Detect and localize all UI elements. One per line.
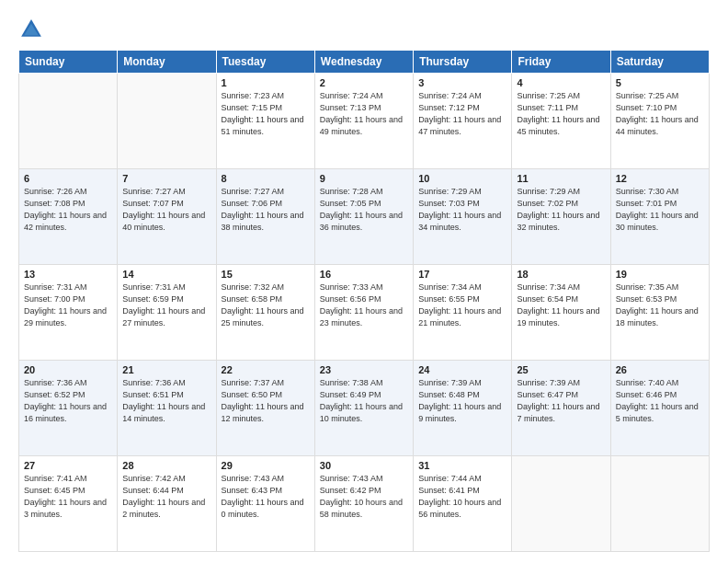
day-header-wednesday: Wednesday	[314, 51, 413, 74]
day-number: 13	[24, 269, 112, 280]
day-number: 23	[320, 364, 408, 375]
cell-info: Sunrise: 7:38 AM Sunset: 6:49 PM Dayligh…	[320, 377, 408, 425]
cell-info: Sunrise: 7:29 AM Sunset: 7:03 PM Dayligh…	[418, 186, 506, 234]
day-number: 22	[222, 364, 310, 375]
calendar-cell: 9Sunrise: 7:28 AM Sunset: 7:05 PM Daylig…	[314, 169, 413, 265]
day-number: 9	[320, 173, 408, 184]
calendar-cell: 4Sunrise: 7:25 AM Sunset: 7:11 PM Daylig…	[512, 74, 610, 169]
calendar-cell: 25Sunrise: 7:39 AM Sunset: 6:47 PM Dayli…	[512, 361, 610, 456]
page: SundayMondayTuesdayWednesdayThursdayFrid…	[0, 0, 728, 563]
calendar-cell: 19Sunrise: 7:35 AM Sunset: 6:53 PM Dayli…	[610, 265, 709, 361]
day-header-monday: Monday	[118, 51, 216, 74]
calendar-cell: 7Sunrise: 7:27 AM Sunset: 7:07 PM Daylig…	[118, 169, 216, 265]
week-row-2: 6Sunrise: 7:26 AM Sunset: 7:08 PM Daylig…	[19, 169, 710, 265]
cell-info: Sunrise: 7:42 AM Sunset: 6:44 PM Dayligh…	[122, 473, 210, 521]
logo-icon	[18, 17, 44, 42]
day-header-thursday: Thursday	[414, 51, 512, 74]
calendar-cell	[118, 74, 216, 169]
day-number: 27	[24, 460, 112, 471]
calendar-cell	[19, 74, 118, 169]
cell-info: Sunrise: 7:27 AM Sunset: 7:06 PM Dayligh…	[222, 186, 310, 234]
cell-info: Sunrise: 7:39 AM Sunset: 6:47 PM Dayligh…	[517, 377, 605, 425]
cell-info: Sunrise: 7:43 AM Sunset: 6:42 PM Dayligh…	[320, 473, 408, 521]
cell-info: Sunrise: 7:32 AM Sunset: 6:58 PM Dayligh…	[222, 282, 310, 329]
calendar-cell: 13Sunrise: 7:31 AM Sunset: 7:00 PM Dayli…	[19, 265, 118, 361]
cell-info: Sunrise: 7:23 AM Sunset: 7:15 PM Dayligh…	[222, 90, 310, 138]
day-number: 10	[418, 173, 506, 184]
day-number: 15	[222, 269, 310, 280]
calendar-cell: 10Sunrise: 7:29 AM Sunset: 7:03 PM Dayli…	[414, 169, 512, 265]
cell-info: Sunrise: 7:44 AM Sunset: 6:41 PM Dayligh…	[418, 473, 506, 521]
calendar-cell: 17Sunrise: 7:34 AM Sunset: 6:55 PM Dayli…	[414, 265, 512, 361]
calendar-cell: 28Sunrise: 7:42 AM Sunset: 6:44 PM Dayli…	[118, 456, 216, 552]
day-number: 25	[517, 364, 605, 375]
cell-info: Sunrise: 7:36 AM Sunset: 6:51 PM Dayligh…	[122, 377, 210, 425]
day-header-sunday: Sunday	[19, 51, 118, 74]
day-number: 30	[320, 460, 408, 471]
day-number: 20	[24, 364, 112, 375]
calendar-cell: 1Sunrise: 7:23 AM Sunset: 7:15 PM Daylig…	[216, 74, 314, 169]
calendar-cell	[610, 456, 709, 552]
calendar: SundayMondayTuesdayWednesdayThursdayFrid…	[18, 50, 710, 552]
calendar-cell: 5Sunrise: 7:25 AM Sunset: 7:10 PM Daylig…	[610, 74, 709, 169]
day-number: 5	[616, 77, 704, 88]
day-header-tuesday: Tuesday	[216, 51, 314, 74]
cell-info: Sunrise: 7:40 AM Sunset: 6:46 PM Dayligh…	[616, 377, 704, 425]
cell-info: Sunrise: 7:43 AM Sunset: 6:43 PM Dayligh…	[222, 473, 310, 521]
calendar-cell: 18Sunrise: 7:34 AM Sunset: 6:54 PM Dayli…	[512, 265, 610, 361]
calendar-cell: 12Sunrise: 7:30 AM Sunset: 7:01 PM Dayli…	[610, 169, 709, 265]
cell-info: Sunrise: 7:28 AM Sunset: 7:05 PM Dayligh…	[320, 186, 408, 234]
cell-info: Sunrise: 7:39 AM Sunset: 6:48 PM Dayligh…	[418, 377, 506, 425]
cell-info: Sunrise: 7:33 AM Sunset: 6:56 PM Dayligh…	[320, 282, 408, 329]
week-row-4: 20Sunrise: 7:36 AM Sunset: 6:52 PM Dayli…	[19, 361, 710, 456]
day-number: 1	[222, 77, 310, 88]
day-number: 24	[418, 364, 506, 375]
calendar-cell: 14Sunrise: 7:31 AM Sunset: 6:59 PM Dayli…	[118, 265, 216, 361]
cell-info: Sunrise: 7:41 AM Sunset: 6:45 PM Dayligh…	[24, 473, 112, 521]
calendar-cell: 22Sunrise: 7:37 AM Sunset: 6:50 PM Dayli…	[216, 361, 314, 456]
cell-info: Sunrise: 7:35 AM Sunset: 6:53 PM Dayligh…	[616, 282, 704, 329]
day-number: 29	[222, 460, 310, 471]
calendar-cell: 3Sunrise: 7:24 AM Sunset: 7:12 PM Daylig…	[414, 74, 512, 169]
cell-info: Sunrise: 7:25 AM Sunset: 7:10 PM Dayligh…	[616, 90, 704, 138]
calendar-cell: 15Sunrise: 7:32 AM Sunset: 6:58 PM Dayli…	[216, 265, 314, 361]
header	[18, 17, 710, 42]
cell-info: Sunrise: 7:34 AM Sunset: 6:54 PM Dayligh…	[517, 282, 605, 329]
calendar-cell: 11Sunrise: 7:29 AM Sunset: 7:02 PM Dayli…	[512, 169, 610, 265]
calendar-cell: 16Sunrise: 7:33 AM Sunset: 6:56 PM Dayli…	[314, 265, 413, 361]
cell-info: Sunrise: 7:34 AM Sunset: 6:55 PM Dayligh…	[418, 282, 506, 329]
week-row-1: 1Sunrise: 7:23 AM Sunset: 7:15 PM Daylig…	[19, 74, 710, 169]
day-number: 8	[222, 173, 310, 184]
day-number: 2	[320, 77, 408, 88]
calendar-cell	[512, 456, 610, 552]
cell-info: Sunrise: 7:31 AM Sunset: 6:59 PM Dayligh…	[122, 282, 210, 329]
week-row-3: 13Sunrise: 7:31 AM Sunset: 7:00 PM Dayli…	[19, 265, 710, 361]
calendar-cell: 2Sunrise: 7:24 AM Sunset: 7:13 PM Daylig…	[314, 74, 413, 169]
day-number: 21	[122, 364, 210, 375]
day-number: 3	[418, 77, 506, 88]
calendar-cell: 8Sunrise: 7:27 AM Sunset: 7:06 PM Daylig…	[216, 169, 314, 265]
calendar-cell: 30Sunrise: 7:43 AM Sunset: 6:42 PM Dayli…	[314, 456, 413, 552]
day-number: 28	[122, 460, 210, 471]
day-number: 19	[616, 269, 704, 280]
cell-info: Sunrise: 7:24 AM Sunset: 7:13 PM Dayligh…	[320, 90, 408, 138]
logo	[18, 17, 48, 42]
calendar-cell: 24Sunrise: 7:39 AM Sunset: 6:48 PM Dayli…	[414, 361, 512, 456]
day-header-saturday: Saturday	[610, 51, 709, 74]
cell-info: Sunrise: 7:37 AM Sunset: 6:50 PM Dayligh…	[222, 377, 310, 425]
cell-info: Sunrise: 7:36 AM Sunset: 6:52 PM Dayligh…	[24, 377, 112, 425]
day-number: 6	[24, 173, 112, 184]
calendar-cell: 20Sunrise: 7:36 AM Sunset: 6:52 PM Dayli…	[19, 361, 118, 456]
day-number: 31	[418, 460, 506, 471]
day-number: 12	[616, 173, 704, 184]
day-number: 14	[122, 269, 210, 280]
calendar-cell: 31Sunrise: 7:44 AM Sunset: 6:41 PM Dayli…	[414, 456, 512, 552]
calendar-cell: 6Sunrise: 7:26 AM Sunset: 7:08 PM Daylig…	[19, 169, 118, 265]
cell-info: Sunrise: 7:24 AM Sunset: 7:12 PM Dayligh…	[418, 90, 506, 138]
day-number: 16	[320, 269, 408, 280]
cell-info: Sunrise: 7:31 AM Sunset: 7:00 PM Dayligh…	[24, 282, 112, 329]
cell-info: Sunrise: 7:26 AM Sunset: 7:08 PM Dayligh…	[24, 186, 112, 234]
day-number: 26	[616, 364, 704, 375]
cell-info: Sunrise: 7:30 AM Sunset: 7:01 PM Dayligh…	[616, 186, 704, 234]
day-header-friday: Friday	[512, 51, 610, 74]
